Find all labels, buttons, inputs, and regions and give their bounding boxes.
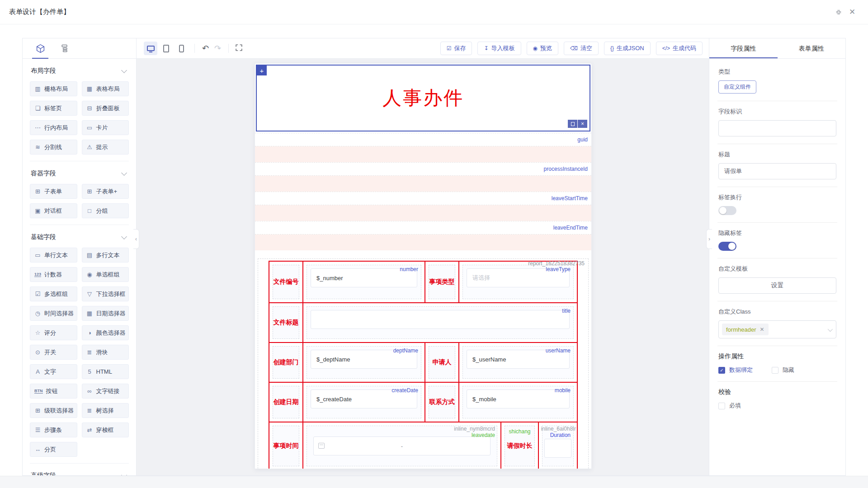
palette-item-subform-plus[interactable]: ⊞子表单+: [82, 184, 129, 199]
table-input-cell[interactable]: createDate$_createDate: [303, 383, 425, 422]
clear-button[interactable]: ⌫清空: [564, 42, 599, 55]
palette-item-subform[interactable]: ⊞子表单: [30, 184, 77, 199]
field-id-input[interactable]: [718, 120, 836, 136]
data-binding-checkbox[interactable]: ✓ 数据绑定: [718, 366, 753, 374]
close-icon[interactable]: ✕: [845, 5, 859, 19]
title-input[interactable]: 请假单: [718, 163, 836, 179]
label-wrap-toggle[interactable]: [718, 206, 736, 215]
redo-button[interactable]: ↷: [212, 43, 224, 53]
text-field[interactable]: [311, 310, 570, 329]
palette-item-text-link[interactable]: ∞文字链接: [82, 384, 129, 399]
palette-item-single-line-text[interactable]: ▭单行文本: [30, 248, 77, 263]
palette-item-date-picker[interactable]: ▦日期选择器: [82, 306, 129, 321]
hidden-component-row[interactable]: [255, 235, 591, 250]
delete-component-button[interactable]: ×: [578, 120, 587, 128]
report-table-component[interactable]: report_1622518382735 文件编号number$_number事…: [258, 258, 589, 469]
palette-item-label: 提示: [96, 143, 108, 151]
field-label: 事项时间: [274, 442, 299, 450]
palette-item-time-picker[interactable]: ◷时间选择器: [30, 306, 77, 321]
hidden-field-row[interactable]: processInstanceId: [255, 162, 591, 176]
undo-button[interactable]: ↶: [199, 43, 212, 53]
hidden-component-row[interactable]: [255, 176, 591, 192]
tab-form-properties[interactable]: 表单属性: [778, 38, 846, 58]
duration-field[interactable]: [544, 439, 571, 458]
tab-components[interactable]: [33, 38, 48, 58]
table-input-cell[interactable]: leaveType请选择: [459, 262, 577, 302]
remove-class-icon[interactable]: ✕: [760, 326, 764, 333]
palette-item-text[interactable]: A文字: [30, 364, 77, 379]
custom-class-select[interactable]: formheader ✕: [718, 320, 836, 338]
palette-item-collapse-panel[interactable]: ⊟折叠面板: [82, 101, 129, 116]
palette-item-select[interactable]: ▽下拉选择框: [82, 286, 129, 301]
hidden-field-row[interactable]: leaveStartTime: [255, 192, 591, 205]
custom-template-settings-button[interactable]: 设置: [718, 277, 836, 294]
hidden-component-row[interactable]: [255, 205, 591, 221]
generate-json-button[interactable]: {}生成JSON: [604, 42, 651, 55]
collapse-left-panel-handle[interactable]: ‹: [133, 229, 139, 249]
palette-item-dialog[interactable]: ▣对话框: [30, 203, 77, 218]
palette-item-html[interactable]: 5HTML: [82, 364, 129, 379]
import-template-button[interactable]: ↧导入模板: [477, 42, 521, 55]
palette-section-header[interactable]: 容器字段: [31, 169, 128, 178]
palette-item-rate[interactable]: ☆评分: [30, 325, 77, 340]
palette-item-counter[interactable]: 123计数器: [30, 267, 77, 282]
hidden-field-row[interactable]: leaveEndTime: [255, 221, 591, 235]
palette-item-multi-line-text[interactable]: ▤多行文本: [82, 248, 129, 263]
generate-code-button[interactable]: </>生成代码: [656, 42, 703, 55]
device-phone-button[interactable]: [175, 42, 188, 55]
drag-handle-icon[interactable]: +: [257, 66, 267, 75]
palette-item-radio-group[interactable]: ◉单选框组: [82, 267, 129, 282]
palette-item-cascader[interactable]: ⊞级联选择器: [30, 403, 77, 418]
palette-item-button[interactable]: BTN按钮: [30, 384, 77, 399]
palette-items: ▥栅格布局▦表格布局❏标签页⊟折叠面板⋯行内布局▭卡片≋分割线⚠提示: [30, 81, 129, 158]
form-header-component[interactable]: + 人事办件 ×: [256, 65, 590, 131]
hidden-component-row[interactable]: [255, 146, 591, 162]
palette-item-grid-layout[interactable]: ▥栅格布局: [30, 81, 77, 96]
hidden-checkbox[interactable]: 隐藏: [772, 366, 794, 374]
palette-item-tree-select[interactable]: ≣树选择: [82, 403, 129, 418]
palette-item-switch[interactable]: ⊙开关: [30, 345, 77, 360]
palette-section-header[interactable]: 基础字段: [31, 233, 128, 241]
palette-section-header[interactable]: 布局字段: [31, 67, 128, 75]
required-checkbox[interactable]: 必填: [718, 402, 741, 410]
collapse-right-panel-handle[interactable]: ›: [706, 229, 712, 249]
hidden-field-row[interactable]: guid: [255, 133, 591, 146]
palette-item-color-picker[interactable]: ◑颜色选择器: [82, 325, 129, 340]
palette-item-inline-layout[interactable]: ⋯行内布局: [30, 120, 77, 135]
palette-item-divider[interactable]: ≋分割线: [30, 140, 77, 155]
tab-field-properties[interactable]: 字段属性: [709, 38, 778, 58]
table-input-cell[interactable]: title: [303, 303, 577, 342]
component-actions: ×: [568, 120, 587, 128]
palette-section-header[interactable]: 高级字段: [31, 472, 128, 475]
palette-item-steps[interactable]: ☰步骤条: [30, 422, 77, 437]
palette-item-card[interactable]: ▭卡片: [82, 120, 129, 135]
palette-item-table-layout[interactable]: ▦表格布局: [82, 81, 129, 96]
hide-label-toggle[interactable]: [718, 242, 736, 251]
palette-item-label: 分页: [44, 446, 56, 454]
device-desktop-button[interactable]: [144, 42, 157, 55]
daterange-field[interactable]: -: [313, 436, 491, 455]
palette-item-tabs[interactable]: ❏标签页: [30, 101, 77, 116]
table-duration-cell[interactable]: inline_6ai0h8lrDuration: [539, 422, 577, 469]
checkbox-group-icon: ☑: [34, 291, 41, 297]
subform-icon: ⊞: [34, 188, 41, 194]
table-input-cell[interactable]: deptName$_deptName: [303, 343, 425, 382]
save-button[interactable]: ☑保存: [440, 42, 472, 55]
palette-item-pagination[interactable]: ↔分页: [30, 442, 77, 457]
table-input-cell[interactable]: mobile$_mobile: [459, 383, 577, 422]
device-tablet-button[interactable]: [159, 42, 173, 55]
tab-outline[interactable]: [57, 38, 72, 58]
palette-item-alert[interactable]: ⚠提示: [82, 140, 129, 155]
preview-button[interactable]: ◉预览: [527, 42, 558, 55]
slider-icon: ≣: [86, 349, 93, 355]
table-daterange-cell[interactable]: inline_nym8mcrdleavedate-: [303, 422, 501, 469]
table-input-cell[interactable]: userName$_userName: [459, 343, 577, 382]
palette-item-group[interactable]: □分组: [82, 203, 129, 218]
palette-item-checkbox-group[interactable]: ☑多选框组: [30, 286, 77, 301]
compress-icon[interactable]: [832, 5, 845, 19]
fullscreen-button[interactable]: [233, 44, 245, 53]
table-input-cell[interactable]: number$_number: [303, 262, 425, 302]
palette-item-transfer[interactable]: ⇄穿梭框: [82, 422, 129, 437]
copy-component-button[interactable]: [568, 120, 577, 128]
palette-item-slider[interactable]: ≣滑块: [82, 345, 129, 360]
